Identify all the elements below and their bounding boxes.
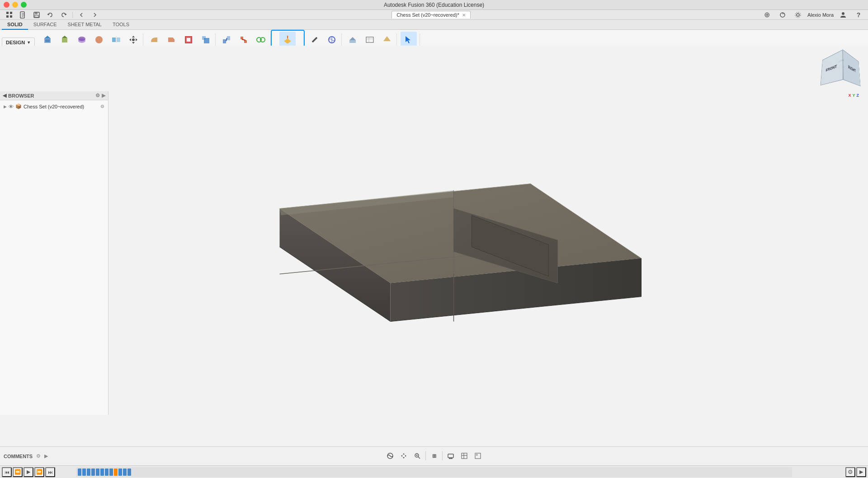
help-icon[interactable]: ? xyxy=(853,10,864,19)
svg-rect-2 xyxy=(10,12,12,14)
minimize-button[interactable] xyxy=(12,2,18,8)
file-icon[interactable] xyxy=(17,10,29,19)
timeline-start-btn[interactable]: ⏮ xyxy=(2,467,12,477)
nav-pan-btn[interactable] xyxy=(397,450,410,462)
timeline-controls: ⏮ ⏪ ▶ ⏩ ⏭ xyxy=(0,467,55,477)
svg-rect-9 xyxy=(35,12,38,14)
svg-marker-54 xyxy=(406,36,410,43)
browser-item-settings[interactable]: ⚙ xyxy=(100,104,104,109)
browser-expand-icon[interactable]: ▶ xyxy=(102,93,105,98)
nav-grid-btn[interactable] xyxy=(458,450,471,462)
status-expand-btn[interactable]: ▶ xyxy=(856,467,866,477)
settings-icon[interactable] xyxy=(792,10,804,19)
new-tab-icon[interactable]: ⊕ xyxy=(761,10,773,19)
timeline-mark-12[interactable] xyxy=(127,469,131,476)
tab-surface[interactable]: SURFACE xyxy=(28,20,62,30)
nav-display-btn[interactable] xyxy=(444,450,457,462)
browser-collapse-icon[interactable]: ◀ xyxy=(3,93,6,98)
svg-rect-0 xyxy=(6,12,9,14)
nav-zoom-btn[interactable] xyxy=(411,450,424,462)
browser-settings-icon[interactable]: ⚙ xyxy=(95,93,100,98)
close-button[interactable] xyxy=(4,2,9,8)
nav-fit-btn[interactable]: ⊞ xyxy=(428,450,440,462)
browser-item-label: Chess Set (v20~recovered) xyxy=(24,104,84,109)
timeline-mark-7[interactable] xyxy=(105,469,108,476)
viewcube-right[interactable]: RIGHT xyxy=(843,50,860,87)
browser-component-icon: 📦 xyxy=(15,103,22,109)
svg-rect-78 xyxy=(448,454,453,458)
svg-point-30 xyxy=(132,38,135,41)
viewcube[interactable]: FRONT TOP RIGHT xyxy=(828,51,858,93)
browser-header-left: ◀ BROWSER xyxy=(3,93,34,98)
nav-orbit-btn[interactable] xyxy=(384,450,396,462)
timeline-mark-3[interactable] xyxy=(87,469,90,476)
svg-rect-17 xyxy=(45,39,50,42)
svg-line-75 xyxy=(418,457,420,459)
viewport[interactable]: ◀ BROWSER ⚙ ▶ ▶ 👁 📦 Chess Set (v20~recov… xyxy=(0,46,868,446)
svg-point-14 xyxy=(842,12,844,15)
nav-divider-1 xyxy=(425,451,426,460)
tab-sheet-metal[interactable]: SHEET METAL xyxy=(62,20,107,30)
tab-solid[interactable]: SOLID xyxy=(2,20,28,30)
tab-tools[interactable]: TOOLS xyxy=(107,20,135,30)
browser-visibility-icon[interactable]: 👁 xyxy=(9,104,14,109)
refresh-icon[interactable] xyxy=(777,10,788,19)
viewcube-axes: X Y Z xyxy=(823,93,859,98)
svg-rect-3 xyxy=(10,15,12,18)
tab-close-icon[interactable]: ✕ xyxy=(462,13,466,18)
status-bar: ⏮ ⏪ ▶ ⏩ ⏭ ⚙ ▶ xyxy=(0,465,868,478)
svg-rect-24 xyxy=(117,37,120,42)
timeline-mark-9[interactable] xyxy=(114,469,118,476)
comments-settings-icon[interactable]: ⚙ xyxy=(36,453,41,459)
timeline-mark-2[interactable] xyxy=(82,469,86,476)
timeline-items xyxy=(78,469,131,476)
browser-item-root[interactable]: ▶ 👁 📦 Chess Set (v20~recovered) ⚙ xyxy=(0,102,108,111)
nav-view-btn[interactable] xyxy=(472,450,484,462)
svg-marker-16 xyxy=(44,36,51,38)
browser-item-expand[interactable]: ▶ xyxy=(4,104,7,109)
timeline-next-btn[interactable]: ⏩ xyxy=(34,467,44,477)
apps-icon[interactable] xyxy=(4,10,15,19)
timeline-mark-1[interactable] xyxy=(78,469,81,476)
timeline-mark-10[interactable] xyxy=(118,469,122,476)
redo-icon[interactable] xyxy=(58,10,70,19)
svg-point-13 xyxy=(795,12,801,18)
svg-rect-40 xyxy=(244,40,247,43)
svg-rect-1 xyxy=(6,15,9,18)
nav-divider-2 xyxy=(442,451,443,460)
svg-rect-49 xyxy=(349,40,356,43)
model-view[interactable] xyxy=(232,120,662,382)
save-icon[interactable] xyxy=(31,10,42,19)
design-label: DESIGN xyxy=(6,40,25,45)
svg-rect-35 xyxy=(204,38,209,43)
timeline-mark-11[interactable] xyxy=(123,469,127,476)
browser-content: ▶ 👁 📦 Chess Set (v20~recovered) ⚙ xyxy=(0,100,108,112)
window-controls xyxy=(4,2,27,8)
global-toolbar-bar: Chess Set (v20~recovered)* ✕ ⊕ Alexio Mo… xyxy=(0,10,868,20)
undo-icon[interactable] xyxy=(44,10,56,19)
svg-point-22 xyxy=(95,36,103,43)
design-arrow: ▼ xyxy=(27,40,31,45)
back-icon[interactable] xyxy=(75,10,87,19)
comments-expand-icon[interactable]: ▶ xyxy=(44,453,48,459)
timeline-mark-8[interactable] xyxy=(109,469,113,476)
divider xyxy=(72,12,73,18)
svg-line-41 xyxy=(242,39,245,40)
svg-marker-70 xyxy=(403,453,405,455)
comments-label: COMMENTS xyxy=(4,454,33,459)
user-icon[interactable] xyxy=(837,10,849,19)
timeline-mark-5[interactable] xyxy=(96,469,99,476)
forward-icon[interactable] xyxy=(89,10,101,19)
svg-rect-10 xyxy=(35,15,38,17)
timeline-mark-6[interactable] xyxy=(100,469,104,476)
timeline-end-btn[interactable]: ⏭ xyxy=(45,467,55,477)
svg-marker-28 xyxy=(129,38,131,41)
timeline-prev-btn[interactable]: ⏪ xyxy=(13,467,23,477)
maximize-button[interactable] xyxy=(21,2,27,8)
status-settings-btn[interactable]: ⚙ xyxy=(845,467,855,477)
timeline-play-btn[interactable]: ▶ xyxy=(24,467,33,477)
window-tab[interactable]: Chess Set (v20~recovered)* ✕ xyxy=(392,11,470,19)
timeline-mark-4[interactable] xyxy=(91,469,95,476)
nav-toolbar: ⊞ xyxy=(384,446,484,465)
timeline-track[interactable] xyxy=(76,467,792,477)
